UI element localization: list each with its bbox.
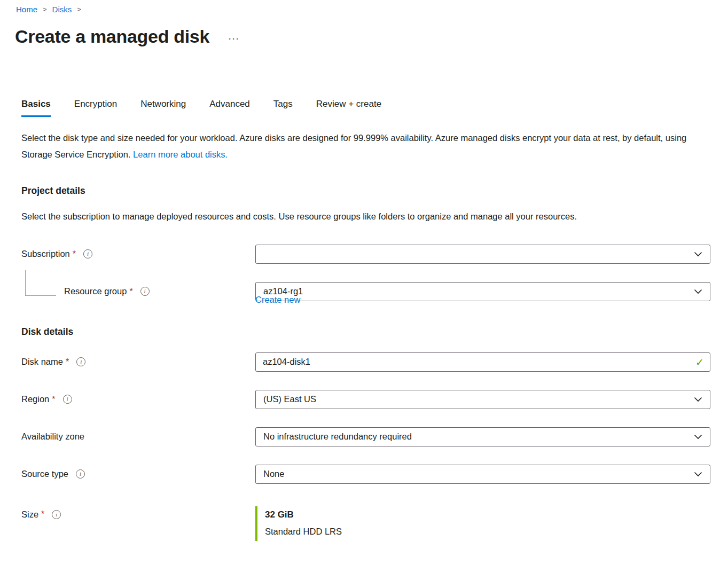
tab-basics[interactable]: Basics: [21, 99, 51, 117]
source-type-label: Source type i: [21, 469, 255, 479]
tab-review-create[interactable]: Review + create: [316, 99, 381, 117]
subscription-dropdown[interactable]: [255, 245, 710, 264]
source-type-value: None: [263, 469, 284, 479]
size-label: Size * i: [21, 509, 255, 520]
info-icon[interactable]: i: [76, 469, 85, 479]
info-icon[interactable]: i: [140, 287, 150, 296]
availability-zone-field-row: Availability zone No infrastructure redu…: [21, 427, 710, 446]
resource-group-label: Resource group * i: [21, 286, 255, 296]
region-label: Region * i: [21, 394, 255, 404]
tab-tags[interactable]: Tags: [273, 99, 293, 117]
breadcrumb-separator: >: [77, 5, 81, 13]
tab-networking[interactable]: Networking: [140, 99, 186, 117]
chevron-down-icon: [694, 289, 702, 294]
resource-group-dropdown[interactable]: az104-rg1: [255, 282, 710, 301]
disk-name-input[interactable]: [255, 352, 710, 372]
region-label-text: Region: [21, 394, 49, 404]
valid-checkmark-icon: ✓: [695, 356, 704, 368]
page-header: Create a managed disk ···: [0, 14, 720, 48]
required-indicator: *: [41, 509, 44, 519]
resource-group-label-text: Resource group: [64, 286, 127, 296]
required-indicator: *: [66, 357, 69, 367]
info-icon[interactable]: i: [76, 357, 85, 366]
field-connector-line: [25, 270, 56, 296]
subscription-label-text: Subscription: [21, 249, 70, 259]
required-indicator: *: [73, 249, 76, 259]
chevron-down-icon: [694, 252, 702, 257]
availability-zone-label: Availability zone: [21, 432, 255, 442]
breadcrumb-link-home[interactable]: Home: [16, 5, 37, 14]
info-icon[interactable]: i: [63, 395, 72, 404]
breadcrumb-separator: >: [43, 5, 47, 13]
disk-name-field-row: Disk name * i ✓: [21, 352, 710, 372]
size-summary[interactable]: 32 GiB Standard HDD LRS: [255, 506, 710, 541]
breadcrumb-link-disks[interactable]: Disks: [52, 5, 72, 14]
info-icon[interactable]: i: [83, 249, 92, 258]
disk-name-label-text: Disk name: [21, 357, 63, 367]
disk-name-label: Disk name * i: [21, 357, 255, 367]
project-details-description: Select the subscription to manage deploy…: [21, 208, 699, 225]
region-field-row: Region * i (US) East US: [21, 390, 710, 409]
size-label-text: Size: [21, 509, 38, 520]
required-indicator: *: [52, 395, 55, 404]
chevron-down-icon: [694, 472, 702, 477]
region-value: (US) East US: [263, 394, 316, 404]
source-type-dropdown[interactable]: None: [255, 465, 710, 484]
more-options-button[interactable]: ···: [229, 34, 240, 43]
page-title: Create a managed disk: [15, 26, 209, 48]
project-details-form: Subscription * i Resource group * i az10…: [0, 245, 720, 305]
wizard-tabs: Basics Encryption Networking Advanced Ta…: [21, 99, 720, 117]
size-value-text: 32 GiB: [265, 509, 710, 520]
subscription-field-row: Subscription * i: [21, 245, 710, 264]
chevron-down-icon: [694, 434, 702, 440]
intro-text: Select the disk type and size needed for…: [21, 130, 704, 163]
tab-advanced[interactable]: Advanced: [209, 99, 250, 117]
disk-name-input-wrap: ✓: [255, 352, 710, 372]
disk-details-heading: Disk details: [21, 326, 720, 338]
required-indicator: *: [129, 287, 132, 296]
size-sku-text: Standard HDD LRS: [265, 527, 710, 537]
create-new-link[interactable]: Create new: [255, 295, 300, 305]
learn-more-link[interactable]: Learn more about disks.: [133, 150, 228, 159]
availability-zone-value: No infrastructure redundancy required: [263, 432, 412, 442]
chevron-down-icon: [694, 397, 702, 402]
availability-zone-dropdown[interactable]: No infrastructure redundancy required: [255, 427, 710, 446]
info-icon[interactable]: i: [52, 510, 61, 519]
availability-zone-label-text: Availability zone: [21, 432, 84, 442]
subscription-label: Subscription * i: [21, 249, 255, 259]
breadcrumb: Home > Disks >: [0, 0, 720, 14]
intro-body: Select the disk type and size needed for…: [21, 133, 686, 159]
region-dropdown[interactable]: (US) East US: [255, 390, 710, 409]
disk-details-form: Disk name * i ✓ Region * i (US) East US …: [0, 352, 720, 541]
project-details-heading: Project details: [21, 185, 720, 197]
tab-encryption[interactable]: Encryption: [74, 99, 117, 117]
size-field-row: Size * i 32 GiB Standard HDD LRS: [21, 506, 710, 541]
source-type-label-text: Source type: [21, 469, 68, 479]
source-type-field-row: Source type i None: [21, 465, 710, 484]
